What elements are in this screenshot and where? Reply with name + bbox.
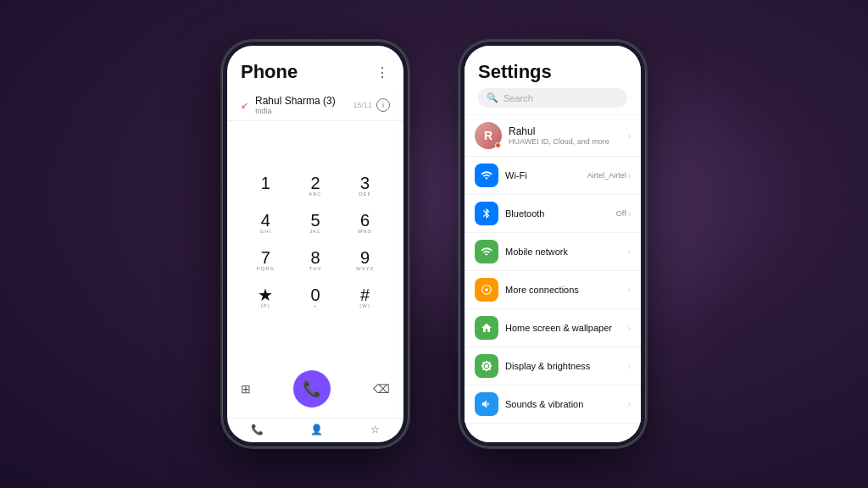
call-time: 15/11 (353, 101, 372, 109)
connections-right: › (628, 286, 631, 295)
sound-right: › (628, 400, 631, 409)
bottom-nav-bar: 📞 👤 ☆ (227, 418, 403, 442)
nav-recent[interactable]: 📞 (251, 424, 264, 435)
settings-item-homescreen[interactable]: Home screen & wallpaper › (465, 309, 641, 347)
wifi-info: Wi-Fi (505, 170, 587, 180)
phone-bottom-bar: ⊞ 📞 ⌫ (227, 363, 403, 418)
connections-icon (475, 278, 498, 302)
phone-screen: Phone ⋮ ↙ Rahul Sharma (3) India 15/11 i (227, 46, 403, 442)
online-indicator (495, 142, 501, 148)
caller-name: Rahul Sharma (3) (255, 95, 353, 107)
mobile-right: › (628, 247, 631, 257)
call-meta: 15/11 i (353, 98, 390, 112)
homescreen-icon (475, 316, 498, 340)
sound-chevron: › (628, 400, 631, 409)
mobile-info: Mobile network (505, 247, 628, 257)
dial-key-hash[interactable]: # (W) (340, 280, 390, 317)
homescreen-right: › (628, 324, 631, 333)
dial-key-2[interactable]: 2 ABC (291, 168, 341, 205)
dial-key-7[interactable]: 7 PQRS (241, 242, 291, 280)
settings-title: Settings (478, 61, 627, 83)
profile-name: Rahul (509, 125, 628, 137)
nav-favorites[interactable]: ☆ (370, 424, 380, 435)
dialpad-grid-icon[interactable]: ⊞ (241, 382, 251, 396)
dial-key-0[interactable]: 0 + (291, 280, 341, 317)
wifi-value: Airtel_Airtel (587, 171, 626, 180)
profile-avatar: R (475, 122, 502, 149)
phone-title: Phone (241, 61, 298, 83)
sound-label: Sounds & vibration (505, 399, 628, 409)
search-icon: 🔍 (487, 92, 498, 103)
settings-frame: Settings 🔍 Search R Rahul HUAWEI ID, Cl (459, 41, 646, 447)
connections-chevron: › (628, 286, 631, 295)
wifi-label: Wi-Fi (505, 170, 587, 180)
display-right: › (628, 362, 631, 371)
dial-key-3[interactable]: 3 DEF (340, 168, 390, 205)
profile-chevron: › (628, 131, 631, 141)
settings-list: R Rahul HUAWEI ID, Cloud, and more › (465, 115, 641, 442)
sound-info: Sounds & vibration (505, 399, 628, 409)
wifi-right: Airtel_Airtel › (587, 171, 631, 180)
settings-item-display[interactable]: Display & brightness › (465, 347, 641, 385)
call-phone-icon: 📞 (303, 380, 321, 398)
display-chevron: › (628, 362, 631, 371)
svg-point-0 (485, 288, 488, 291)
settings-header: Settings 🔍 Search (465, 46, 641, 114)
connections-info: More connections (505, 285, 628, 295)
dial-key-9[interactable]: 9 WXYZ (340, 242, 390, 280)
dial-key-4[interactable]: 4 GHI (241, 205, 291, 242)
delete-button[interactable]: ⌫ (373, 382, 390, 396)
dial-key-star[interactable]: ★ (P) (241, 280, 291, 317)
bluetooth-icon (475, 202, 498, 225)
menu-dots[interactable]: ⋮ (376, 64, 390, 80)
search-bar[interactable]: 🔍 Search (478, 88, 627, 108)
bluetooth-right: Off › (616, 209, 631, 219)
phone-frame: Phone ⋮ ↙ Rahul Sharma (3) India 15/11 i (222, 41, 409, 447)
call-info-button[interactable]: i (376, 98, 390, 112)
mobile-icon (475, 240, 498, 263)
bluetooth-label: Bluetooth (505, 208, 616, 219)
settings-item-connections[interactable]: More connections › (465, 271, 641, 309)
settings-item-sound[interactable]: Sounds & vibration › (465, 385, 641, 424)
mobile-label: Mobile network (505, 247, 628, 257)
wifi-icon (475, 164, 498, 187)
mobile-chevron: › (628, 247, 631, 257)
profile-subtitle: HUAWEI ID, Cloud, and more (509, 137, 628, 146)
dial-key-6[interactable]: 6 MNO (340, 205, 390, 242)
connections-label: More connections (505, 285, 628, 295)
display-icon (475, 354, 498, 378)
wifi-chevron: › (628, 171, 631, 180)
call-button[interactable]: 📞 (293, 370, 331, 408)
dial-key-1[interactable]: 1 (241, 168, 291, 205)
bluetooth-info: Bluetooth (505, 208, 616, 219)
dial-key-8[interactable]: 8 TUV (291, 242, 341, 280)
homescreen-chevron: › (628, 324, 631, 333)
search-input[interactable]: Search (504, 93, 533, 103)
settings-item-mobile[interactable]: Mobile network › (465, 233, 641, 271)
phone-app: Phone ⋮ ↙ Rahul Sharma (3) India 15/11 i (227, 46, 403, 442)
caller-location: India (255, 107, 353, 115)
settings-app: Settings 🔍 Search R Rahul HUAWEI ID, Cl (465, 46, 641, 442)
display-label: Display & brightness (505, 361, 628, 371)
settings-item-bluetooth[interactable]: Bluetooth Off › (465, 195, 641, 233)
missed-call-icon: ↙ (241, 100, 248, 111)
settings-item-wifi[interactable]: Wi-Fi Airtel_Airtel › (465, 157, 641, 195)
bluetooth-chevron: › (628, 209, 631, 219)
profile-item[interactable]: R Rahul HUAWEI ID, Cloud, and more › (465, 115, 641, 157)
bluetooth-value: Off (616, 209, 626, 218)
nav-contacts[interactable]: 👤 (310, 424, 323, 435)
call-info: Rahul Sharma (3) India (255, 95, 353, 115)
recent-call-item[interactable]: ↙ Rahul Sharma (3) India 15/11 i (227, 90, 403, 121)
dial-key-5[interactable]: 5 JKL (291, 205, 341, 242)
profile-info: Rahul HUAWEI ID, Cloud, and more (509, 125, 628, 146)
display-info: Display & brightness (505, 361, 628, 371)
settings-screen: Settings 🔍 Search R Rahul HUAWEI ID, Cl (465, 46, 641, 442)
dialpad-grid: 1 2 ABC 3 DEF 4 GHI (241, 168, 390, 317)
sound-icon (475, 392, 498, 416)
homescreen-info: Home screen & wallpaper (505, 323, 628, 333)
phone-header: Phone ⋮ (227, 46, 403, 90)
homescreen-label: Home screen & wallpaper (505, 323, 628, 333)
dialpad: 1 2 ABC 3 DEF 4 GHI (227, 121, 403, 363)
